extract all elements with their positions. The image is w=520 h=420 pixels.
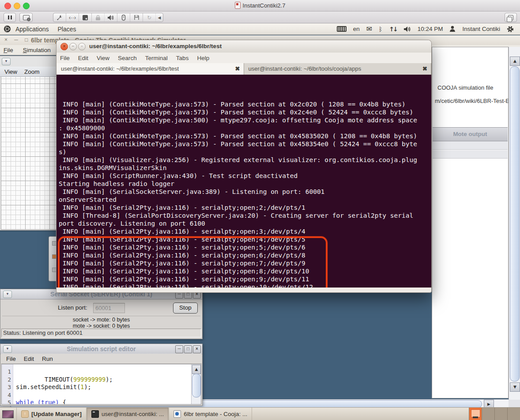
serial-socket-window: Serial Socket (SERVER) (Contiki 1) ▼ ─ □… (0, 289, 203, 339)
terminal-tab-active[interactable]: user@instant-contiki: ~/6lbr/examples/6l… (57, 63, 244, 75)
clock-label[interactable]: 10:24 PM (418, 26, 443, 32)
terminal-line: INFO [main] (Serial2Pty.java:116) - seri… (59, 235, 431, 243)
session-gear-icon[interactable] (507, 26, 514, 33)
scroll-down-button[interactable]: ▼ (510, 382, 520, 392)
cooja-menu-item[interactable]: File (4, 47, 13, 53)
cooja-icon (173, 410, 181, 418)
mote-output-titlebar[interactable]: Mote output (433, 127, 508, 141)
tab-close-icon[interactable]: ✖ (422, 63, 427, 75)
vm-document-icon (235, 2, 241, 9)
user-icon (449, 26, 456, 32)
terminal-menu-item[interactable]: Help (197, 55, 209, 61)
vm-copy-button[interactable] (505, 13, 517, 22)
terminal-line: : 0x45809000 (59, 124, 431, 132)
line-number-gutter: 12345 (2, 364, 13, 404)
divider (2, 316, 200, 316)
terminal-menu-item[interactable]: Terminal (145, 55, 168, 61)
terminal-menu-item[interactable]: Edit (78, 55, 88, 61)
maximize-button[interactable]: ▫ (78, 43, 86, 50)
serial-port-icon[interactable]: ‹··› (66, 13, 79, 22)
network-menu-item[interactable]: Zoom (24, 68, 40, 75)
chevron-down-icon: ▼ (6, 292, 9, 296)
vm-pause-button[interactable] (4, 13, 16, 22)
terminal-line: INFO [main] (ContikiMoteType.java:573) -… (59, 140, 431, 148)
workspace-2[interactable] (482, 408, 494, 420)
script-editor-menu-item[interactable]: File (6, 356, 16, 362)
terminal-output[interactable]: INFO [main] (ContikiMoteType.java:573) -… (57, 75, 431, 288)
taskbar-item-update-manager[interactable]: ↑ [Update Manager] (16, 408, 87, 420)
scroll-up-button[interactable]: ▲ (510, 57, 520, 66)
floppy-icon[interactable] (130, 13, 143, 22)
cooja-window-controls[interactable]: × ─ □ (4, 37, 30, 43)
network-menu-item[interactable]: View (4, 68, 17, 75)
terminal-menu-item[interactable]: View (97, 55, 109, 61)
bluetooth-icon[interactable]: ᛒ (379, 26, 382, 33)
usb-device-icon[interactable] (117, 13, 130, 22)
terminal-line: INFO [main] (ScriptRunner.java:430) - Te… (59, 172, 431, 180)
script-editor-menu-item[interactable]: Run (42, 356, 53, 362)
terminal-menu-item[interactable]: Search (118, 55, 137, 61)
terminal-menu-item[interactable]: File (60, 55, 70, 61)
keyboard-layout-icon[interactable] (337, 26, 347, 32)
listen-port-input[interactable] (93, 303, 125, 313)
script-editor-collapse-button[interactable]: ▼ (3, 345, 12, 353)
script-editor-scrollbar[interactable]: ▲ (191, 364, 201, 404)
script-editor-menubar: FileEditRun (1, 354, 202, 364)
sync-icon[interactable]: ↻ (143, 13, 156, 22)
terminal-line: ins.skins.DGRMVisualizerSkin (59, 164, 431, 172)
session-user-label[interactable]: Instant Contiki (462, 26, 500, 32)
lock-icon[interactable] (92, 13, 105, 22)
terminal-menubar: FileEditViewSearchTerminalTabsHelp (57, 53, 431, 63)
harddisk-icon[interactable] (79, 13, 92, 22)
network-grid-canvas[interactable] (1, 77, 59, 230)
serial-socket-collapse-button[interactable]: ▼ (3, 291, 12, 298)
line-number: 3 (2, 383, 11, 391)
scrollbar-corner (509, 400, 520, 408)
terminal-menu-item[interactable]: Tabs (176, 55, 189, 61)
minimize-button[interactable]: − (69, 43, 77, 50)
network-arrows-icon[interactable]: ↑↓ (389, 26, 396, 33)
terminal-line: INFO [main] (ContikiMoteType.java:573) -… (59, 108, 431, 116)
window-thumbnail-icon[interactable] (2, 410, 14, 418)
indicator-area: en ✉ ᛒ ↑↓ 10:24 PM Instant Contiki (337, 25, 520, 33)
stop-button[interactable]: Stop (173, 303, 198, 314)
network-collapse-button[interactable]: ▼ (2, 58, 11, 65)
workspace-1[interactable] (469, 408, 482, 420)
terminal-tab-inactive[interactable]: user@instant-contiki: ~/6lbr/tools/cooja… (244, 63, 432, 75)
network-menubar: ViewZoom (0, 67, 59, 77)
bottom-taskbar: ↑ [Update Manager] user@instant-contiki:… (0, 407, 520, 420)
socket-stat-line: socket -> mote: 0 bytes (0, 317, 202, 323)
minimize-button[interactable]: ─ (175, 345, 183, 353)
terminal-line: port discovery. Listening on port 6100 (59, 219, 431, 227)
vertical-scrollbar[interactable]: ▲ ▼ (509, 47, 520, 400)
script-editor-menu-item[interactable]: Edit (24, 356, 34, 362)
menu-places[interactable]: Places (53, 26, 81, 33)
script-editor-textarea[interactable]: 12345 TIMEOUT(999999999); sim.setSpeedLi… (1, 364, 201, 405)
cooja-menu-item[interactable]: Simulation (23, 47, 51, 53)
collapse-toolbar-icon[interactable]: ◀ (156, 13, 163, 22)
close-button[interactable]: × (60, 43, 68, 50)
sound-icon[interactable] (105, 13, 117, 22)
taskbar-item-cooja[interactable]: 6lbr template - Cooja: ... (169, 408, 252, 420)
terminal-titlebar: × − ▫ user@instant-contiki: ~/6lbr/examp… (57, 40, 431, 53)
volume-icon[interactable] (403, 26, 411, 32)
keyboard-layout-label[interactable]: en (353, 26, 360, 32)
tab-close-icon[interactable]: ✖ (235, 63, 240, 75)
host-titlebar: InstantContiki2.7 (0, 0, 520, 11)
close-button[interactable]: × (193, 345, 201, 353)
scroll-up-button[interactable]: ▲ (192, 365, 201, 374)
terminal-line: INFO [main] (ContikiMoteType.java:500) -… (59, 116, 431, 124)
scroll-thumb[interactable] (192, 374, 201, 397)
update-manager-icon: ↑ (21, 410, 29, 418)
taskbar-item-terminal[interactable]: user@instant-contiki: ... (87, 408, 169, 420)
workspace-4[interactable] (507, 408, 520, 420)
vertical-scroll-thumb[interactable] (510, 66, 520, 382)
vm-snapshot-button[interactable] (19, 13, 33, 22)
terminal-window-title: user@instant-contiki: ~/6lbr/examples/6l… (89, 43, 222, 49)
terminal-line: INFO [main] (Serial2Pty.java:116) - seri… (59, 251, 431, 259)
mail-icon[interactable]: ✉ (366, 25, 372, 33)
menu-applications[interactable]: Applications (11, 26, 53, 33)
maximize-button[interactable]: □ (184, 345, 192, 353)
workspace-3[interactable] (494, 408, 507, 420)
wrench-icon[interactable] (53, 13, 66, 22)
